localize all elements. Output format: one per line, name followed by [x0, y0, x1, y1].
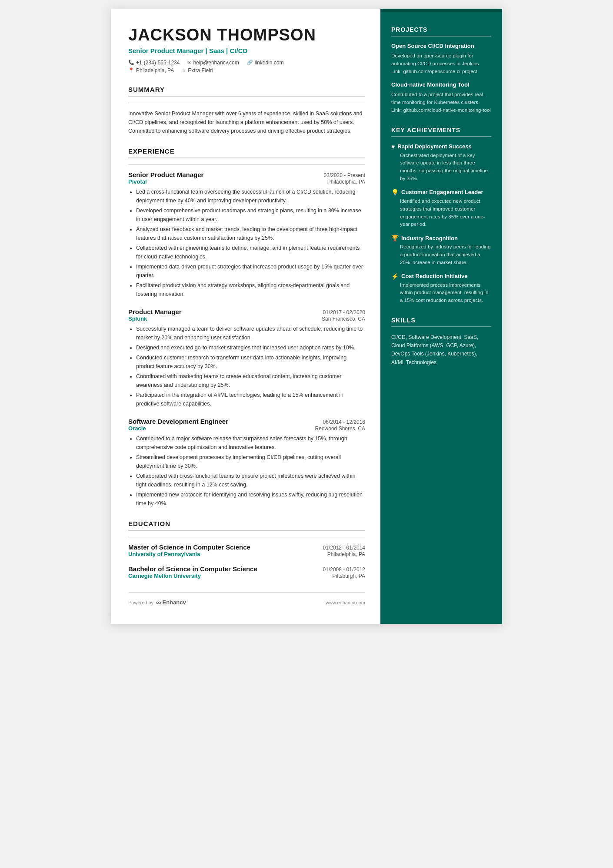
- edu-header-2: Bachelor of Science in Computer Science …: [128, 565, 365, 573]
- edu-degree-2: Bachelor of Science in Computer Science: [128, 565, 257, 573]
- exp-date-3: 06/2014 - 12/2016: [323, 419, 365, 425]
- project-desc-1: Developed an open-source plugin for auto…: [391, 52, 491, 75]
- education-section: EDUCATION Master of Science in Computer …: [128, 520, 365, 579]
- achievement-1: ♥ Rapid Deployment Success Orchestrated …: [391, 143, 491, 183]
- experience-section: EXPERIENCE Senior Product Manager 03/202…: [128, 147, 365, 508]
- achievement-icon-3: 🏆: [391, 235, 399, 241]
- bullet-1-5: Implemented data-driven product strategi…: [136, 262, 365, 280]
- bullet-2-5: Participated in the integration of AI/ML…: [136, 391, 365, 408]
- footer-website: www.enhancv.com: [326, 600, 365, 605]
- contact-row-2: 📍 Philadelphia, PA ☆ Extra Field: [128, 67, 365, 74]
- achievement-header-1: ♥ Rapid Deployment Success: [391, 143, 491, 150]
- left-column: JACKSON THOMPSON Senior Product Manager …: [111, 9, 380, 624]
- project-title-2: Cloud-native Monitoring Tool: [391, 81, 491, 89]
- powered-by-text: Powered by: [128, 600, 153, 605]
- bullet-2-2: Designed and executed go-to-market strat…: [136, 343, 365, 352]
- bullet-1-2: Developed comprehensive product roadmaps…: [136, 206, 365, 224]
- bullet-1-1: Led a cross-functional team overseeing t…: [136, 188, 365, 205]
- resume-container: JACKSON THOMPSON Senior Product Manager …: [111, 9, 502, 624]
- exp-header-1: Senior Product Manager 03/2020 - Present: [128, 171, 365, 178]
- phone-icon: 📞: [128, 60, 134, 65]
- exp-header-3: Software Development Engineer 06/2014 - …: [128, 418, 365, 425]
- achievement-3: 🏆 Industry Recognition Recognized by ind…: [391, 235, 491, 266]
- extra-field-text: Extra Field: [188, 67, 213, 74]
- edu-location-1: Philadelphia, PA: [327, 551, 365, 557]
- linkedin-url: linkedin.com: [255, 60, 284, 66]
- bullet-3-4: Implemented new protocols for identifyin…: [136, 490, 365, 508]
- achievement-header-2: 💡 Customer Engagement Leader: [391, 189, 491, 196]
- edu-entry-1: Master of Science in Computer Science 01…: [128, 543, 365, 557]
- header: JACKSON THOMPSON Senior Product Manager …: [128, 26, 365, 74]
- bullet-1-4: Collaborated with engineering teams to d…: [136, 244, 365, 261]
- exp-entry-1: Senior Product Manager 03/2020 - Present…: [128, 171, 365, 298]
- education-title: EDUCATION: [128, 520, 365, 531]
- experience-title: EXPERIENCE: [128, 147, 365, 158]
- exp-company-3: Oracle: [128, 425, 146, 432]
- exp-title-3: Software Development Engineer: [128, 418, 228, 425]
- exp-date-2: 01/2017 - 02/2020: [323, 309, 365, 315]
- exp-title-2: Product Manager: [128, 308, 182, 315]
- bullet-3-2: Streamlined development processes by imp…: [136, 453, 365, 470]
- phone-contact: 📞 +1-(234)-555-1234: [128, 60, 180, 66]
- achievement-4: ⚡ Cost Reduction Initiative Implemented …: [391, 273, 491, 305]
- achievement-header-4: ⚡ Cost Reduction Initiative: [391, 273, 491, 280]
- skills-text: CI/CD, Software Development, SaaS, Cloud…: [391, 333, 491, 367]
- project-2: Cloud-native Monitoring Tool Contributed…: [391, 81, 491, 114]
- summary-section: SUMMARY Innovative Senior Product Manage…: [128, 86, 365, 135]
- full-name: JACKSON THOMPSON: [128, 26, 365, 44]
- enhancv-icon: ∞: [156, 599, 161, 607]
- email-contact: ✉ help@enhancv.com: [187, 60, 239, 66]
- edu-school-1: University of Pennsylvania: [128, 551, 200, 557]
- job-title: Senior Product Manager | Saas | CI/CD: [128, 47, 365, 54]
- bullet-2-1: Successfully managed a team to deliver s…: [136, 325, 365, 342]
- achievement-icon-4: ⚡: [391, 273, 399, 280]
- edu-location-2: Pittsburgh, PA: [332, 573, 365, 579]
- skills-section: SKILLS CI/CD, Software Development, SaaS…: [391, 317, 491, 367]
- location-text: Philadelphia, PA: [136, 67, 174, 74]
- projects-section: PROJECTS Open Source CI/CD Integration D…: [391, 26, 491, 114]
- footer-brand: Powered by ∞ Enhancv: [128, 599, 186, 607]
- edu-school-2: Carnegie Mellon University: [128, 573, 201, 579]
- exp-date-1: 03/2020 - Present: [324, 172, 365, 178]
- bullet-3-1: Contributed to a major software release …: [136, 434, 365, 452]
- phone-number: +1-(234)-555-1234: [136, 60, 180, 66]
- edu-date-1: 01/2012 - 01/2014: [323, 545, 365, 551]
- project-1: Open Source CI/CD Integration Developed …: [391, 43, 491, 75]
- exp-company-2: Splunk: [128, 315, 147, 322]
- right-column: PROJECTS Open Source CI/CD Integration D…: [380, 9, 502, 624]
- edu-date-2: 01/2008 - 01/2012: [323, 566, 365, 573]
- edu-header-1: Master of Science in Computer Science 01…: [128, 543, 365, 551]
- exp-subrow-1: Pivotal Philadelphia, PA: [128, 178, 365, 185]
- exp-company-1: Pivotal: [128, 178, 147, 185]
- exp-subrow-2: Splunk San Francisco, CA: [128, 315, 365, 322]
- bullet-3-3: Collaborated with cross-functional teams…: [136, 472, 365, 489]
- skills-title: SKILLS: [391, 317, 491, 327]
- achievement-desc-3: Recognized by industry peers for leading…: [391, 243, 491, 266]
- extra-field-contact: ☆ Extra Field: [182, 67, 213, 74]
- bullet-2-4: Coordinated with marketing teams to crea…: [136, 372, 365, 389]
- achievement-title-2: Customer Engagement Leader: [401, 189, 483, 195]
- footer: Powered by ∞ Enhancv www.enhancv.com: [128, 592, 365, 607]
- exp-entry-3: Software Development Engineer 06/2014 - …: [128, 418, 365, 508]
- bullet-1-3: Analyzed user feedback and market trends…: [136, 225, 365, 242]
- bullet-1-6: Facilitated product vision and strategy …: [136, 281, 365, 298]
- exp-location-1: Philadelphia, PA: [327, 179, 365, 185]
- contact-row-1: 📞 +1-(234)-555-1234 ✉ help@enhancv.com 🔗…: [128, 60, 365, 66]
- achievements-section: KEY ACHIEVEMENTS ♥ Rapid Deployment Succ…: [391, 127, 491, 305]
- achievements-title: KEY ACHIEVEMENTS: [391, 127, 491, 137]
- edu-subrow-2: Carnegie Mellon University Pittsburgh, P…: [128, 573, 365, 579]
- achievement-desc-4: Implemented process improvements within …: [391, 282, 491, 305]
- projects-title: PROJECTS: [391, 26, 491, 37]
- achievement-2: 💡 Customer Engagement Leader Identified …: [391, 189, 491, 228]
- edu-entry-2: Bachelor of Science in Computer Science …: [128, 565, 365, 579]
- achievement-header-3: 🏆 Industry Recognition: [391, 235, 491, 241]
- exp-bullets-2: Successfully managed a team to deliver s…: [128, 325, 365, 408]
- linkedin-contact: 🔗 linkedin.com: [247, 60, 284, 66]
- brand-name: Enhancv: [163, 599, 186, 606]
- exp-location-3: Redwood Shores, CA: [315, 426, 365, 432]
- edu-degree-1: Master of Science in Computer Science: [128, 543, 250, 551]
- achievement-desc-1: Orchestrated deployment of a key softwar…: [391, 152, 491, 183]
- exp-bullets-1: Led a cross-functional team overseeing t…: [128, 188, 365, 298]
- exp-title-1: Senior Product Manager: [128, 171, 203, 178]
- achievement-icon-2: 💡: [391, 189, 399, 196]
